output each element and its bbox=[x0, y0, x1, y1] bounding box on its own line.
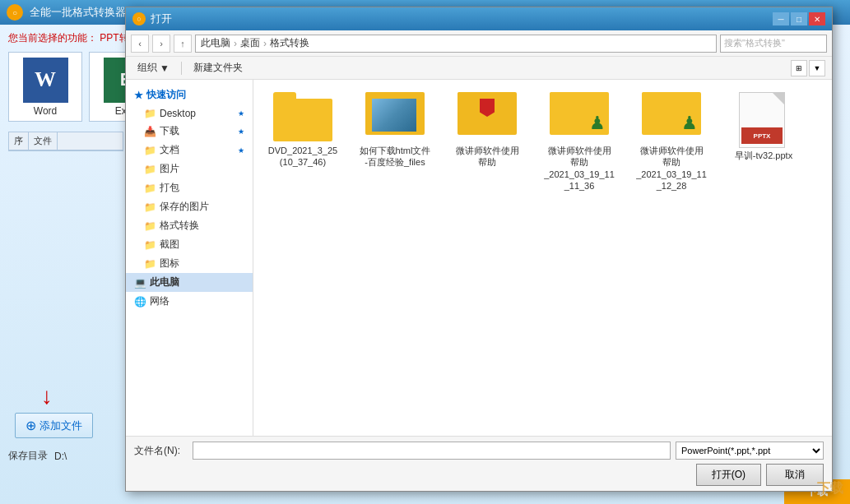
file-name-wjs3: 微讲师软件使用帮助_2021_03_19_11_12_28 bbox=[636, 145, 707, 192]
back-button[interactable]: ‹ bbox=[131, 35, 149, 53]
view-icons: ⊞ ▼ bbox=[791, 60, 825, 76]
filename-label: 文件名(N): bbox=[134, 444, 188, 458]
file-item-wjs1[interactable]: 微讲师软件使用帮助 bbox=[446, 88, 528, 196]
sidebar-item-icons[interactable]: 📁 图标 bbox=[126, 254, 253, 273]
folder-icon-html bbox=[365, 92, 425, 141]
sidebar-item-desktop[interactable]: 📁 Desktop ★ bbox=[126, 105, 253, 122]
download-folder-icon: 📥 bbox=[144, 126, 156, 137]
red-marker-icon bbox=[480, 99, 495, 117]
sidebar-item-pictures[interactable]: 📁 图片 bbox=[126, 160, 253, 178]
sidebar-item-network[interactable]: 🌐 网络 bbox=[126, 292, 253, 311]
minimize-button[interactable]: ─ bbox=[773, 12, 789, 25]
network-icon: 🌐 bbox=[134, 296, 146, 307]
pictures-folder-icon: 📁 bbox=[144, 164, 156, 175]
watermark: 下载 bbox=[817, 480, 843, 497]
folder-icon-wjs1 bbox=[458, 92, 517, 141]
up-button[interactable]: ↑ bbox=[174, 35, 192, 53]
file-item-wjs3[interactable]: ♟ 微讲师软件使用帮助_2021_03_19_11_12_28 bbox=[630, 88, 713, 196]
search-box[interactable]: 搜索"格式转换" bbox=[720, 35, 827, 53]
close-button[interactable]: ✕ bbox=[809, 12, 825, 25]
open-label: 打开(O) bbox=[712, 469, 745, 480]
sidebar-item-pack[interactable]: 📁 打包 bbox=[126, 178, 253, 197]
file-name-pptx: 早训-tv32.pptx bbox=[735, 150, 792, 161]
file-name-dvd: DVD_2021_3_25(10_37_46) bbox=[268, 145, 337, 169]
dialog-main: ★ 快速访问 📁 Desktop ★ 📥 下载 ★ 📁 文档 ★ 📁 图片 bbox=[126, 80, 832, 436]
folder-icon-wjs3: ♟ bbox=[642, 92, 701, 141]
sidebar-label-pictures: 图片 bbox=[160, 162, 179, 176]
pc-icon: 💻 bbox=[134, 277, 146, 289]
sidebar-label-icons: 图标 bbox=[160, 257, 179, 270]
sidebar-item-saved-pics[interactable]: 📁 保存的图片 bbox=[126, 197, 253, 216]
format-folder-icon: 📁 bbox=[144, 220, 156, 232]
add-file-button[interactable]: ⊕ 添加文件 bbox=[15, 413, 93, 438]
dialog-actions: 打开(O) 取消 bbox=[134, 464, 824, 486]
maximize-button[interactable]: □ bbox=[791, 12, 807, 25]
dialog-toolbar: 组织 ▼ 新建文件夹 ⊞ ▼ bbox=[126, 57, 832, 80]
word-icon-box[interactable]: W Word bbox=[8, 52, 82, 122]
search-placeholder: 搜索"格式转换" bbox=[724, 37, 785, 49]
quick-access-header: ★ 快速访问 bbox=[126, 85, 253, 105]
file-item-wjs2[interactable]: ♟ 微讲师软件使用帮助_2021_03_19_11_11_36 bbox=[538, 88, 620, 196]
pptx-file-icon: PPTX bbox=[739, 92, 788, 148]
view-list-button[interactable]: ▼ bbox=[809, 60, 825, 76]
breadcrumb-sep-2: › bbox=[263, 38, 267, 49]
sidebar-label-screenshot: 截图 bbox=[160, 238, 179, 252]
filetype-select[interactable]: PowerPoint(*.ppt,*.ppt bbox=[676, 442, 824, 460]
sidebar-item-docs[interactable]: 📁 文档 ★ bbox=[126, 141, 253, 160]
sidebar-label-format: 格式转换 bbox=[160, 219, 199, 233]
sidebar-label-docs: 文档 bbox=[160, 143, 179, 157]
pin-icon-3: ★ bbox=[238, 146, 244, 155]
dialog-window-controls: ─ □ ✕ bbox=[773, 12, 825, 25]
save-row: 保存目录 D:\ bbox=[8, 449, 67, 463]
word-icon: W bbox=[23, 58, 68, 103]
add-icon: ⊕ bbox=[26, 418, 36, 433]
file-name-html: 如何下载html文件-百度经验_files bbox=[360, 145, 431, 169]
sidebar-item-downloads[interactable]: 📥 下载 ★ bbox=[126, 122, 253, 141]
view-toggle-button[interactable]: ⊞ bbox=[791, 60, 807, 76]
dialog-files-area: DVD_2021_3_25(10_37_46) 如何下载html文件-百度经验_… bbox=[253, 80, 832, 436]
cancel-button[interactable]: 取消 bbox=[766, 464, 824, 486]
file-item-dvd[interactable]: DVD_2021_3_25(10_37_46) bbox=[262, 88, 344, 196]
saved-pics-icon: 📁 bbox=[144, 201, 156, 213]
sidebar-label-saved-pics: 保存的图片 bbox=[160, 200, 209, 214]
breadcrumb-desktop: 桌面 bbox=[240, 36, 260, 50]
dialog-logo-icon: ○ bbox=[132, 12, 146, 25]
file-table: 序 文件 bbox=[8, 132, 123, 151]
folder-icon: 📁 bbox=[144, 108, 156, 119]
file-item-pptx[interactable]: PPTX 早训-tv32.pptx bbox=[722, 88, 805, 196]
organize-label: 组织 bbox=[137, 61, 157, 75]
pin-icon: ★ bbox=[238, 109, 244, 118]
breadcrumb[interactable]: 此电脑 › 桌面 › 格式转换 bbox=[195, 35, 717, 53]
file-name-wjs2: 微讲师软件使用帮助_2021_03_19_11_11_36 bbox=[544, 145, 615, 192]
sidebar-label-network: 网络 bbox=[150, 294, 170, 308]
dialog-sidebar: ★ 快速访问 📁 Desktop ★ 📥 下载 ★ 📁 文档 ★ 📁 图片 bbox=[126, 80, 253, 436]
breadcrumb-pc: 此电脑 bbox=[201, 36, 230, 50]
col-seq: 序 bbox=[9, 132, 29, 150]
dialog-bottom: 文件名(N): PowerPoint(*.ppt,*.ppt 打开(O) 取消 bbox=[126, 436, 832, 491]
sidebar-item-format[interactable]: 📁 格式转换 bbox=[126, 216, 253, 235]
pack-folder-icon: 📁 bbox=[144, 183, 156, 194]
filename-input[interactable] bbox=[193, 442, 671, 460]
dialog-navbar: ‹ › ↑ 此电脑 › 桌面 › 格式转换 搜索"格式转换" bbox=[126, 30, 832, 57]
sidebar-item-this-pc[interactable]: 💻 此电脑 bbox=[126, 273, 253, 292]
file-item-html[interactable]: 如何下载html文件-百度经验_files bbox=[354, 88, 436, 196]
folder-icon-dvd bbox=[273, 92, 332, 141]
toolbar-separator bbox=[181, 62, 182, 75]
open-button[interactable]: 打开(O) bbox=[696, 464, 761, 486]
docs-folder-icon: 📁 bbox=[144, 145, 156, 156]
forward-button[interactable]: › bbox=[152, 35, 170, 53]
organize-button[interactable]: 组织 ▼ bbox=[132, 59, 174, 76]
quick-access-label: 快速访问 bbox=[146, 88, 186, 102]
save-path: D:\ bbox=[54, 451, 67, 462]
new-folder-button[interactable]: 新建文件夹 bbox=[188, 59, 248, 76]
pin-icon-2: ★ bbox=[238, 127, 244, 136]
sidebar-label-pack: 打包 bbox=[160, 181, 179, 195]
dialog-titlebar: ○ 打开 ─ □ ✕ bbox=[126, 7, 832, 30]
organize-chevron-icon: ▼ bbox=[160, 62, 170, 74]
col-file: 文件 bbox=[29, 132, 58, 150]
file-open-dialog: ○ 打开 ─ □ ✕ ‹ › ↑ 此电脑 › 桌面 › 格式转换 搜索"格式转换… bbox=[125, 7, 833, 492]
sidebar-item-screenshot[interactable]: 📁 截图 bbox=[126, 235, 253, 254]
folder-icon-wjs2: ♟ bbox=[550, 92, 609, 141]
file-name-wjs1: 微讲师软件使用帮助 bbox=[456, 145, 519, 169]
filename-row: 文件名(N): PowerPoint(*.ppt,*.ppt bbox=[134, 442, 824, 460]
